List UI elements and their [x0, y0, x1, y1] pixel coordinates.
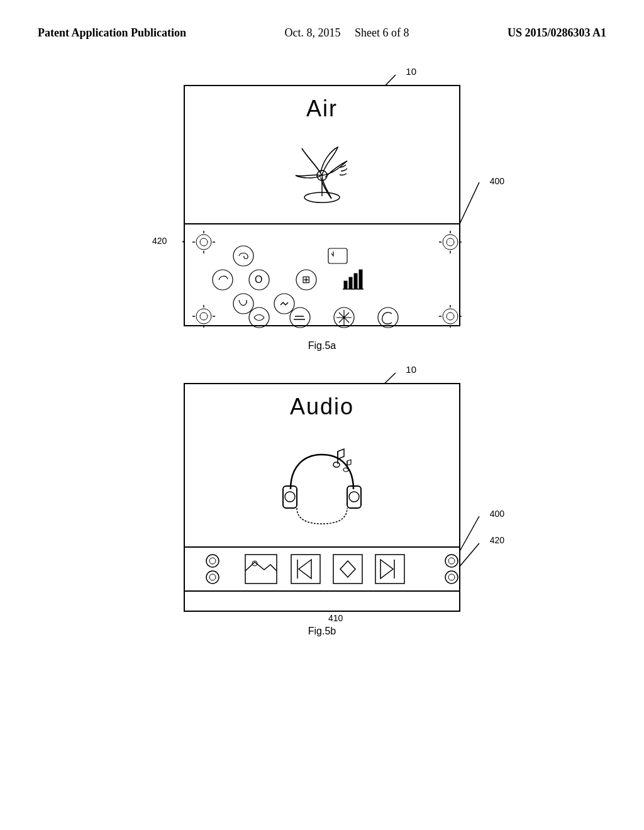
svg-point-54 [285, 492, 295, 502]
page-header: Patent Application Publication Oct. 8, 2… [0, 0, 644, 53]
svg-rect-28 [359, 270, 362, 289]
device-frame-5b: Audio [184, 383, 460, 612]
svg-marker-70 [380, 560, 393, 578]
svg-point-7 [200, 238, 208, 246]
svg-point-56 [333, 462, 340, 467]
svg-point-59 [209, 558, 216, 564]
svg-text:⊞: ⊞ [302, 274, 310, 285]
svg-rect-27 [354, 274, 357, 289]
svg-point-42 [443, 309, 458, 324]
svg-rect-64 [291, 555, 320, 584]
svg-point-20 [213, 270, 233, 290]
svg-point-32 [249, 307, 269, 328]
patent-number-label: US 2015/0286303 A1 [508, 25, 606, 41]
icon-grid-svg-5a: O ⊞ [190, 230, 464, 329]
svg-point-55 [349, 492, 359, 502]
svg-point-60 [206, 571, 219, 584]
svg-point-43 [447, 313, 454, 320]
controls-svg-5b [195, 548, 469, 590]
svg-point-37 [200, 313, 208, 320]
svg-rect-26 [349, 277, 352, 289]
svg-point-57 [343, 468, 348, 472]
screen-title-5a: Air [306, 96, 338, 122]
svg-point-35 [378, 307, 398, 328]
svg-point-30 [233, 294, 253, 314]
fan-svg [284, 128, 360, 210]
main-content: 10 400 420 Air [0, 53, 644, 662]
sheet-label: Sheet 6 of 8 [355, 26, 409, 39]
fig5b-wrapper: 10 400 420 410 Audio [140, 364, 504, 612]
svg-rect-62 [245, 555, 277, 584]
svg-rect-19 [328, 248, 347, 263]
svg-point-36 [196, 309, 211, 324]
screen-bottom-5b [185, 548, 459, 592]
fig5a-wrapper: 10 400 420 Air [140, 66, 504, 326]
publication-label: Patent Application Publication [38, 25, 186, 41]
screen-title-5b: Audio [290, 394, 354, 420]
svg-marker-68 [340, 561, 355, 577]
audio-icon-5b [272, 433, 372, 540]
fan-icon-5a [284, 128, 360, 210]
device-frame-5a: Air [184, 85, 460, 326]
svg-point-6 [196, 235, 211, 250]
svg-point-58 [206, 555, 219, 567]
bottom-bar-5b [185, 592, 459, 611]
svg-point-18 [233, 246, 253, 266]
svg-rect-25 [344, 281, 347, 289]
svg-point-33 [290, 307, 310, 328]
date-label: Oct. 8, 2015 [285, 26, 341, 39]
svg-rect-29 [343, 289, 364, 290]
screen-bottom-5a: O ⊞ [185, 224, 459, 325]
date-sheet-label: Oct. 8, 2015 Sheet 6 of 8 [285, 25, 409, 41]
svg-rect-67 [333, 555, 362, 584]
svg-point-72 [445, 555, 458, 567]
svg-point-61 [209, 574, 216, 580]
svg-point-73 [448, 558, 455, 564]
screen-top-5a: Air [185, 86, 459, 224]
svg-point-13 [447, 238, 454, 246]
screen-top-5b: Audio [185, 384, 459, 548]
svg-text:O: O [255, 274, 262, 285]
svg-point-75 [448, 574, 455, 580]
audio-svg [272, 433, 372, 540]
svg-point-74 [445, 571, 458, 584]
svg-point-12 [443, 235, 458, 250]
svg-marker-65 [299, 560, 311, 578]
svg-rect-69 [375, 555, 404, 584]
